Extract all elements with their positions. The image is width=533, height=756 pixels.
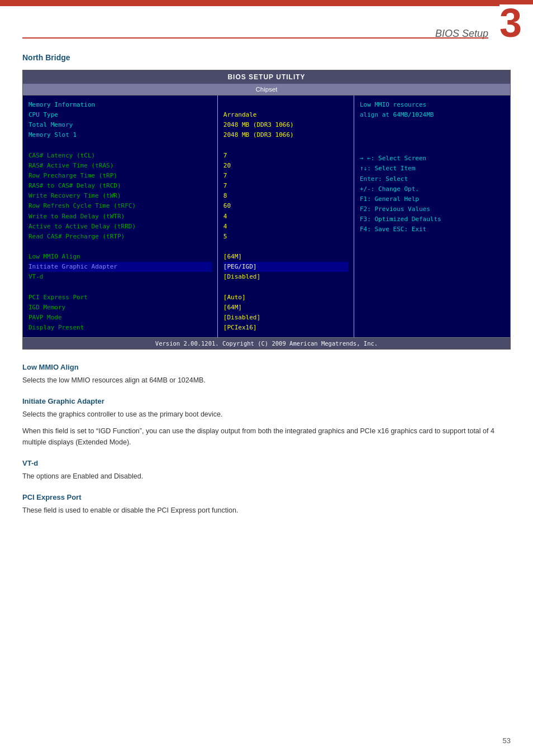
vtd-text: The options are Enabled and Disabled. [22, 471, 511, 482]
section-heading: North Bridge [22, 53, 511, 62]
mid-item-read-cas: 5 [223, 232, 348, 242]
left-item-total-memory: Total Memory [28, 120, 212, 130]
initiate-graphic-heading: Initiate Graphic Adapter [22, 397, 511, 405]
low-mmio-text: Selects the low MMIO resources align at … [22, 375, 511, 386]
left-spacer1 [28, 141, 212, 151]
left-item-row-precharge: Row Precharge Time (tRP) [28, 171, 212, 181]
left-item-display: Display Present [28, 323, 212, 333]
mid-item-pavp: [Disabled] [223, 313, 348, 323]
bios-setup-line [22, 37, 488, 39]
right-nav-line2: ↑↓: Select Item [360, 164, 505, 174]
mid-item-pci: [Auto] [223, 293, 348, 303]
left-item-igd-memory: IGD Memory [28, 303, 212, 313]
right-nav-line5: F1: General Help [360, 194, 505, 204]
right-nav-line6: F2: Previous Values [360, 204, 505, 214]
mid-item-igd: [64M] [223, 303, 348, 313]
left-item-ras-cas: RAS# to CAS# Delay (tRCD) [28, 181, 212, 191]
bios-footer: Version 2.00.1201. Copyright (C) 2009 Am… [23, 337, 510, 349]
mid-item-ras-cas: 7 [223, 181, 348, 191]
bios-utility-body: Memory Information CPU Type Total Memory… [23, 95, 510, 337]
vtd-heading: VT-d [22, 459, 511, 467]
left-spacer3 [28, 283, 212, 293]
mid-spacer1 [223, 141, 348, 151]
mid-item-row-ref: 60 [223, 201, 348, 211]
bios-utility-table: BIOS SETUP UTILITY Chipset Memory Inform… [22, 70, 511, 350]
left-item-pavp: PAVP Mode [28, 313, 212, 323]
top-bar [0, 0, 533, 4]
left-item-memory-slot: Memory Slot 1 [28, 130, 212, 140]
left-item-low-mmio: Low MMIO Align [28, 252, 212, 262]
initiate-graphic-text1: Selects the graphics controller to use a… [22, 409, 511, 420]
bios-utility-title: BIOS SETUP UTILITY [23, 70, 510, 84]
left-item-row-refresh: Row Refresh Cycle Time (tRFC) [28, 201, 212, 211]
low-mmio-heading: Low MMIO Align [22, 363, 511, 371]
bios-utility-subtitle: Chipset [23, 84, 510, 95]
left-item-vtd: VT-d [28, 272, 212, 282]
right-nav-line3: Enter: Select [360, 174, 505, 184]
mid-spacer3 [223, 283, 348, 293]
chapter-number: 3 [499, 3, 522, 43]
right-help-line1: Low MMIO resources [360, 100, 505, 110]
right-nav-line7: F3: Optimized Defaults [360, 214, 505, 224]
mid-item-low-mmio: [64M] [223, 252, 348, 262]
mid-item-cpu: Arrandale [223, 110, 348, 120]
left-item-ras-active: RAS# Active Time (tRAS) [28, 161, 212, 171]
right-nav-line4: +/-: Change Opt. [360, 184, 505, 194]
mid-spacer2 [223, 242, 348, 252]
main-content: North Bridge BIOS SETUP UTILITY Chipset … [22, 53, 511, 521]
top-decoration [0, 4, 499, 6]
right-help-top: Low MMIO resources align at 64MB/1024MB [360, 100, 505, 120]
mid-item-write-read: 4 [223, 212, 348, 222]
left-item-write-read: Write to Read Delay (tWTR) [28, 212, 212, 222]
right-column: Low MMIO resources align at 64MB/1024MB … [354, 95, 510, 337]
initiate-graphic-text2: When this field is set to “IGD Function”… [22, 425, 511, 448]
left-item-initiate-graphic: Initiate Graphic Adapter [28, 262, 212, 272]
mid-item-write-rec: 8 [223, 191, 348, 201]
mid-item-vtd: [Disabled] [223, 272, 348, 282]
left-item-active: Active to Active Delay (tRRD) [28, 222, 212, 232]
pci-express-heading: PCI Express Port [22, 493, 511, 501]
left-item-cpu-type: CPU Type [28, 110, 212, 120]
mid-item-cas: 7 [223, 151, 348, 161]
mid-item-ras: 20 [223, 161, 348, 171]
mid-item-blank1 [223, 100, 348, 110]
mid-item-initiate: [PEG/IGD] [223, 262, 348, 272]
left-item-read-cas: Read CAS# Precharge (tRTP) [28, 232, 212, 242]
left-item-write-recovery: Write Recovery Time (tWR) [28, 191, 212, 201]
mid-item-display: [PCIex16] [223, 323, 348, 333]
right-nav-line1: → ←: Select Screen [360, 154, 505, 164]
right-help-line2: align at 64MB/1024MB [360, 110, 505, 120]
mid-item-row-pre: 7 [223, 171, 348, 181]
left-item-cas: CAS# Latency (tCL) [28, 151, 212, 161]
mid-item-total-mem: 2048 MB (DDR3 1066) [223, 120, 348, 130]
left-item-pci-express: PCI Express Port [28, 293, 212, 303]
mid-column: Arrandale 2048 MB (DDR3 1066) 2048 MB (D… [218, 95, 354, 337]
left-item-memory-info: Memory Information [28, 100, 212, 110]
mid-item-active: 4 [223, 222, 348, 232]
pci-express-text: These field is used to enable or disable… [22, 505, 511, 516]
left-column: Memory Information CPU Type Total Memory… [23, 95, 218, 337]
right-help-bottom: → ←: Select Screen ↑↓: Select Item Enter… [360, 154, 505, 235]
left-spacer2 [28, 242, 212, 252]
mid-item-slot: 2048 MB (DDR3 1066) [223, 130, 348, 140]
page-number: 53 [503, 736, 511, 745]
right-nav-line8: F4: Save ESC: Exit [360, 224, 505, 235]
